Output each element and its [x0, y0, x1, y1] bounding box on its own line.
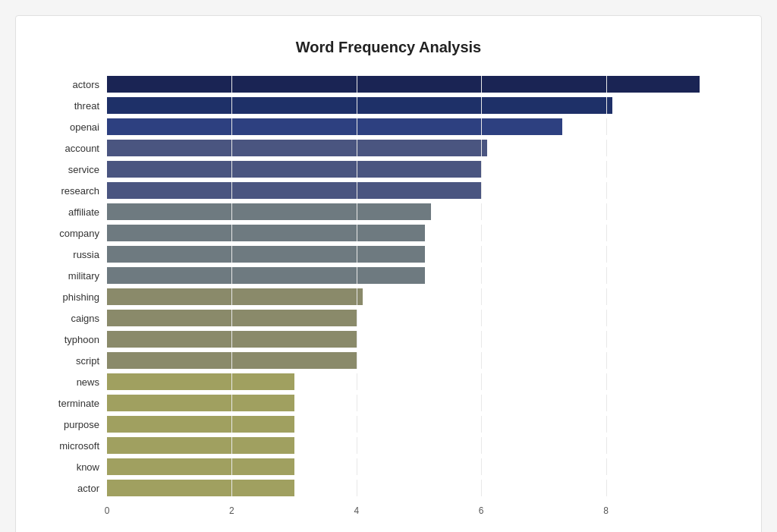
bar-row: actors	[46, 74, 731, 94]
bar-row: news	[46, 372, 731, 392]
bar-track	[107, 310, 731, 326]
bar-fill	[107, 416, 294, 433]
bar-label: openai	[46, 121, 107, 133]
bar-track	[107, 97, 731, 114]
bar-label: script	[46, 355, 107, 367]
bar-label: typhoon	[46, 334, 107, 345]
bar-row: russia	[46, 244, 731, 264]
bar-label: microsoft	[46, 440, 107, 452]
bar-label: phishing	[46, 291, 107, 303]
bar-row: phishing	[46, 287, 731, 307]
bar-fill	[107, 458, 294, 475]
bar-fill	[107, 225, 425, 241]
bar-track	[107, 458, 731, 475]
bar-row: research	[46, 181, 731, 200]
bar-row: purpose	[46, 414, 731, 434]
bar-track	[107, 437, 731, 454]
x-tick: 2	[229, 505, 234, 516]
bar-row: typhoon	[46, 329, 731, 349]
bar-label: military	[46, 270, 107, 282]
bar-track	[107, 480, 731, 496]
bar-label: company	[46, 228, 107, 239]
bar-row: know	[46, 457, 731, 477]
bar-fill	[107, 246, 425, 263]
bar-label: actors	[46, 79, 107, 90]
bar-label: threat	[46, 100, 107, 112]
bar-track	[107, 246, 731, 263]
bar-track	[107, 331, 731, 348]
bar-label: purpose	[46, 419, 107, 430]
bar-label: account	[46, 143, 107, 154]
bar-track	[107, 225, 731, 241]
bar-label: russia	[46, 249, 107, 260]
bar-track	[107, 373, 731, 390]
bar-row: terminate	[46, 393, 731, 413]
bar-label: terminate	[46, 398, 107, 409]
bar-row: military	[46, 266, 731, 285]
bar-track	[107, 288, 731, 305]
bar-fill	[107, 288, 363, 305]
bar-fill	[107, 267, 425, 284]
bar-row: script	[46, 351, 731, 370]
bar-row: caigns	[46, 308, 731, 328]
chart-container: Word Frequency Analysis actorsthreatopen…	[15, 15, 762, 532]
bar-track	[107, 352, 731, 369]
x-tick: 0	[105, 505, 110, 516]
bar-track	[107, 395, 731, 411]
bar-label: know	[46, 461, 107, 473]
bar-fill	[107, 395, 294, 411]
x-tick: 8	[603, 505, 609, 516]
bar-fill	[107, 140, 487, 156]
bar-fill	[107, 118, 562, 135]
bar-track	[107, 140, 731, 156]
bar-track	[107, 118, 731, 135]
bar-row: company	[46, 223, 731, 243]
bar-fill	[107, 480, 294, 496]
bar-track	[107, 161, 731, 178]
bar-row: actor	[46, 478, 731, 498]
bar-label: affiliate	[46, 206, 107, 218]
bar-track	[107, 203, 731, 220]
bar-fill	[107, 373, 294, 390]
bar-fill	[107, 161, 481, 178]
bar-row: threat	[46, 96, 731, 115]
bar-track	[107, 76, 731, 93]
bar-fill	[107, 97, 612, 114]
bar-track	[107, 182, 731, 199]
bar-row: affiliate	[46, 202, 731, 222]
chart-area: actorsthreatopenaiaccountserviceresearch…	[46, 74, 731, 499]
bar-label: news	[46, 376, 107, 388]
bar-row: service	[46, 159, 731, 179]
bar-fill	[107, 182, 481, 199]
bar-track	[107, 267, 731, 284]
bar-label: actor	[46, 483, 107, 494]
bar-row: microsoft	[46, 436, 731, 455]
bar-row: openai	[46, 117, 731, 137]
x-tick: 4	[354, 505, 359, 516]
bar-fill	[107, 203, 431, 220]
bar-label: service	[46, 164, 107, 175]
bar-track	[107, 416, 731, 433]
bar-fill	[107, 76, 700, 93]
chart-title: Word Frequency Analysis	[46, 39, 731, 56]
x-tick: 6	[479, 505, 484, 516]
bar-row: account	[46, 138, 731, 158]
bar-label: research	[46, 185, 107, 197]
bar-label: caigns	[46, 313, 107, 324]
x-axis: 02468	[46, 505, 731, 528]
bar-fill	[107, 437, 294, 454]
